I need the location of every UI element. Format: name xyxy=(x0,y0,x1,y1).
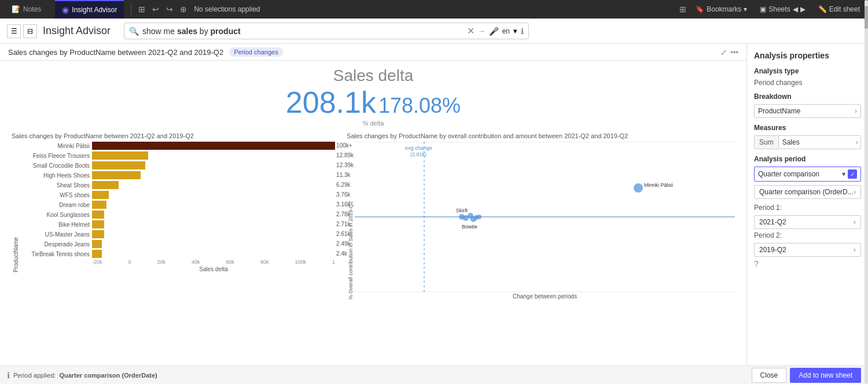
microphone-icon[interactable]: 🎤 xyxy=(489,27,499,36)
period1-chevron-icon: › xyxy=(854,218,856,226)
kpi-row: 208.1k 178.08% xyxy=(286,85,461,120)
period1-selector[interactable]: 2021-Q2 › xyxy=(754,215,861,229)
bar-chart-container: Sales changes by ProductName between 202… xyxy=(6,132,341,365)
properties-panel: Analysis properties Analysis type Period… xyxy=(746,44,868,365)
period-detail-label: Quarter comparison (OrderD... xyxy=(759,188,854,196)
bar-track: 3.16k xyxy=(92,201,335,209)
scatter-point-minnki[interactable] xyxy=(634,183,643,193)
chart-action-buttons: ⤢ ••• xyxy=(720,48,738,57)
notes-tab[interactable]: 📝 Notes xyxy=(5,0,48,19)
bar-row: Kool Sunglasses2.78k xyxy=(20,211,335,219)
search-clear-icon[interactable]: ✕ xyxy=(467,25,475,36)
tab-divider xyxy=(131,3,131,15)
chart-main-title: Sales changes by ProductName between 202… xyxy=(8,48,223,57)
bar-row: Feiss Fleece Trousers12.89k xyxy=(20,152,335,160)
bookmarks-button[interactable]: 🔖 Bookmarks ▾ xyxy=(692,4,751,14)
kpi-sublabel: % delta xyxy=(286,120,461,127)
properties-panel-title: Analysis properties xyxy=(754,51,861,60)
bar-fill[interactable] xyxy=(92,191,109,199)
search-by: by xyxy=(197,27,211,36)
language-selector[interactable]: en xyxy=(502,27,510,35)
period1-value: 2021-Q2 xyxy=(759,218,854,226)
chart-content: Sales delta 208.1k 178.08% % delta Sales… xyxy=(0,61,746,365)
scatter-chart-body: Minnki Pälsii Skirlt xyxy=(355,142,735,300)
period2-chevron-icon: › xyxy=(854,246,856,254)
lang-chevron-icon[interactable]: ▾ xyxy=(513,27,517,35)
expand-icon[interactable]: ⤢ xyxy=(720,48,727,57)
bar-fill[interactable] xyxy=(92,230,104,238)
kpi-value: 208.1k xyxy=(286,85,376,120)
close-button[interactable]: Close xyxy=(752,368,787,383)
axis-label: 80k xyxy=(260,259,269,265)
scatter-label-minnki: Minnki Pälsii xyxy=(644,182,673,188)
insight-advisor-icon: ◉ xyxy=(62,5,69,14)
period-comparison-label: Quarter comparison xyxy=(758,170,842,178)
info-icon[interactable]: ℹ xyxy=(521,27,524,36)
bar-fill[interactable] xyxy=(92,142,335,150)
period-checkbox[interactable]: ✓ xyxy=(848,169,857,179)
bookmark-icon: 🔖 xyxy=(696,5,704,13)
bar-fill[interactable] xyxy=(92,181,119,189)
axis-label: 20k xyxy=(157,259,166,265)
bar-fill[interactable] xyxy=(92,161,145,169)
edit-sheet-button[interactable]: ✏️ Edit sheet xyxy=(815,4,863,14)
scatter-label-bowtie: Bowtie xyxy=(462,224,477,230)
measures-selector[interactable]: Sum Sales › xyxy=(754,135,861,149)
undo-icon[interactable]: ↩ xyxy=(152,5,159,14)
sheets-next-icon[interactable]: ▶ xyxy=(800,5,806,13)
sheets-prev-icon[interactable]: ◀ xyxy=(793,5,798,13)
kpi-pct: 178.08% xyxy=(378,94,461,118)
smart-search-icon[interactable]: ⊕ xyxy=(180,5,187,14)
bar-fill[interactable] xyxy=(92,201,106,209)
content-area: Sales changes by ProductName between 202… xyxy=(0,44,746,365)
bar-fill[interactable] xyxy=(92,152,148,160)
measures-sum-label: Sum xyxy=(755,136,779,149)
period2-selector[interactable]: 2019-Q2 › xyxy=(754,243,861,257)
scatter-x-label: Change between periods xyxy=(355,293,735,300)
search-view-icon[interactable]: ⊞ xyxy=(138,5,145,14)
bar-fill[interactable] xyxy=(92,211,104,219)
period-detail-row[interactable]: Quarter comparison (OrderD... › xyxy=(754,185,861,199)
main-layout: Sales changes by ProductName between 202… xyxy=(0,44,868,365)
bar-item-label: Minnki Pälsii xyxy=(20,143,90,149)
period-changes-badge: Period changes xyxy=(229,47,282,57)
search-bar[interactable]: 🔍 show me sales by product ✕ → 🎤 en ▾ ℹ xyxy=(124,23,529,39)
bar-item-label: Small Crocodile Boots xyxy=(20,163,90,169)
left-panel-toggle[interactable]: ☰ xyxy=(7,24,21,38)
search-query-text: show me sales by product xyxy=(142,27,464,36)
bar-chart-body: Minnki Pälsii100k+Feiss Fleece Trousers1… xyxy=(20,142,335,272)
help-icon[interactable]: ? xyxy=(754,259,759,268)
bar-fill[interactable] xyxy=(92,171,141,179)
notes-tab-label: Notes xyxy=(23,5,41,13)
more-options-icon[interactable]: ••• xyxy=(730,48,738,57)
insight-advisor-tab[interactable]: ◉ Insight Advisor xyxy=(55,0,124,19)
bar-row: Small Crocodile Boots12.39k xyxy=(20,161,335,169)
bar-item-label: Desperado Jeans xyxy=(20,241,90,248)
panel-toggles: ☰ ⊟ xyxy=(7,24,37,38)
bar-row: Dream robe3.16k xyxy=(20,201,335,209)
bar-chart: Minnki Pälsii100k+Feiss Fleece Trousers1… xyxy=(20,142,335,258)
period-comparison-selector[interactable]: Quarter comparison ▾ ✓ xyxy=(754,167,861,182)
search-submit-icon[interactable]: → xyxy=(478,27,486,35)
grid-icon[interactable]: ⊞ xyxy=(679,5,686,14)
redo-icon[interactable]: ↪ xyxy=(166,5,173,14)
scatter-point-6[interactable] xyxy=(477,215,481,219)
bar-item-label: TieBreak Tennis shoes xyxy=(20,251,90,257)
measures-chevron-icon[interactable]: › xyxy=(854,136,860,149)
kpi-label: Sales delta xyxy=(286,67,461,85)
bar-fill[interactable] xyxy=(92,240,102,248)
analysis-type-value: Period changes xyxy=(754,79,861,87)
breakdown-selector[interactable]: ProductName › xyxy=(754,104,861,118)
bar-row: Desperado Jeans2.49k xyxy=(20,240,335,248)
edit-icon: ✏️ xyxy=(818,5,827,13)
sheets-button[interactable]: ▣ Sheets ◀ ▶ xyxy=(756,4,808,14)
measures-label: Measures xyxy=(754,124,861,132)
right-panel-toggle[interactable]: ⊟ xyxy=(23,24,37,38)
bar-fill[interactable] xyxy=(92,220,104,228)
axis-label: 1 xyxy=(332,259,335,265)
bar-track: 6.29k xyxy=(92,181,335,189)
add-to-new-sheet-button[interactable]: Add to new sheet xyxy=(790,368,861,383)
bar-track: 12.89k xyxy=(92,152,335,160)
bar-fill[interactable] xyxy=(92,250,102,258)
charts-row: Sales changes by ProductName between 202… xyxy=(0,132,746,365)
